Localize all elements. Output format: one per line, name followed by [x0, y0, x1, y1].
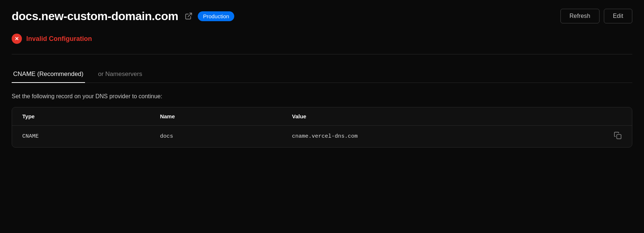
cell-type: CNAME: [12, 126, 150, 148]
refresh-button[interactable]: Refresh: [560, 9, 599, 23]
col-value: Value: [282, 107, 603, 126]
external-link-icon[interactable]: [185, 12, 193, 20]
table-header-row: Type Name Value: [12, 107, 632, 126]
dns-table-wrapper: Type Name Value CNAME docs cname.vercel-…: [12, 107, 632, 148]
col-name: Name: [150, 107, 282, 126]
cell-name: docs: [150, 126, 282, 148]
col-type: Type: [12, 107, 150, 126]
tab-cname[interactable]: CNAME (Recommended): [12, 66, 85, 83]
error-icon: [12, 34, 22, 44]
svg-rect-1: [617, 134, 621, 139]
divider: [12, 54, 632, 54]
table-row: CNAME docs cname.vercel-dns.com: [12, 126, 632, 148]
svg-line-0: [188, 13, 192, 17]
status-text: Invalid Configuration: [26, 35, 92, 43]
domain-title: docs.new-custom-domain.com: [12, 9, 178, 23]
header-left: docs.new-custom-domain.com Production: [12, 9, 234, 23]
cell-value: cname.vercel-dns.com: [282, 126, 603, 148]
page-container: docs.new-custom-domain.com Production Re…: [0, 0, 644, 233]
edit-button[interactable]: Edit: [604, 9, 632, 23]
header-right: Refresh Edit: [560, 9, 632, 23]
tab-nameservers[interactable]: or Nameservers: [97, 66, 144, 83]
copy-icon[interactable]: [614, 131, 622, 140]
production-badge: Production: [198, 11, 234, 21]
cell-copy[interactable]: [603, 126, 632, 148]
dns-instruction: Set the following record on your DNS pro…: [12, 93, 632, 100]
status-row: Invalid Configuration: [12, 34, 632, 44]
tabs-row: CNAME (Recommended) or Nameservers: [12, 66, 632, 83]
col-actions: [603, 107, 632, 126]
dns-table: Type Name Value CNAME docs cname.vercel-…: [12, 107, 632, 147]
header-row: docs.new-custom-domain.com Production Re…: [12, 9, 632, 23]
